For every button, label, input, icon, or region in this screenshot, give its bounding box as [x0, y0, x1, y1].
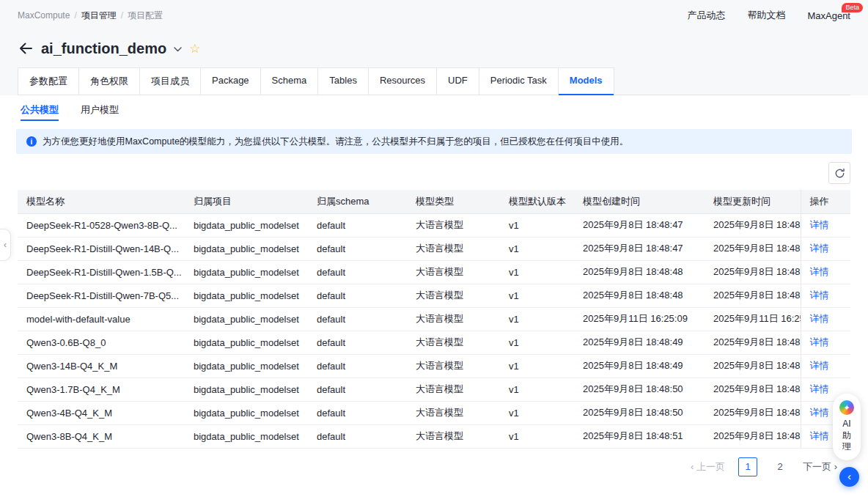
cell-type: 大语言模型 [407, 260, 500, 284]
panel-collapse-handle[interactable]: ‹ [0, 229, 11, 261]
column-header: 模型更新时间 [705, 190, 801, 213]
column-header: 模型名称 [18, 190, 185, 213]
cell-name: DeepSeek-R1-Distill-Qwen-1.5B-Q... [18, 260, 185, 284]
tab-item[interactable]: UDF [437, 67, 479, 95]
cell-created: 2025年9月8日 18:48:50 [574, 401, 705, 424]
cell-version: v1 [500, 424, 574, 448]
breadcrumb-item[interactable]: MaxCompute [18, 10, 70, 21]
beta-badge: Beta [842, 3, 863, 12]
cell-created: 2025年9月8日 18:48:51 [574, 424, 705, 448]
cell-type: 大语言模型 [407, 401, 500, 424]
tab-item[interactable]: Package [201, 67, 261, 95]
subtab-item[interactable]: 用户模型 [81, 95, 119, 125]
cell-created: 2025年9月8日 18:48:47 [574, 213, 705, 237]
cell-name: Qwen3-0.6B-Q8_0 [18, 331, 185, 354]
cell-action: 详情 [801, 307, 850, 331]
tab-item[interactable]: Schema [261, 67, 319, 95]
cell-project: bigdata_public_modelset [185, 260, 308, 284]
cell-name: DeepSeek-R1-Distill-Qwen-7B-Q5... [18, 284, 185, 307]
cell-version: v1 [500, 260, 574, 284]
product-updates-link[interactable]: 产品动态 [687, 9, 725, 22]
cell-created: 2025年9月8日 18:48:48 [574, 260, 705, 284]
cell-action: 详情 [801, 354, 850, 378]
details-link[interactable]: 详情 [810, 383, 829, 394]
cell-schema: default [308, 424, 407, 448]
tab-item[interactable]: 角色权限 [79, 67, 140, 95]
cell-schema: default [308, 237, 407, 260]
table-row: DeepSeek-R1-Distill-Qwen-14B-Q...bigdata… [18, 237, 850, 260]
breadcrumb-item[interactable]: 项目管理 [81, 10, 117, 22]
subtab-item[interactable]: 公共模型 [21, 95, 59, 125]
page-number[interactable]: 2 [770, 457, 790, 476]
cell-version: v1 [500, 354, 574, 378]
cell-name: Qwen3-14B-Q4_K_M [18, 354, 185, 378]
back-button[interactable] [18, 40, 34, 56]
cell-schema: default [308, 307, 407, 331]
cell-type: 大语言模型 [407, 284, 500, 307]
refresh-button[interactable] [828, 162, 850, 184]
cell-updated: 2025年9月8日 18:48:4 [705, 354, 801, 378]
ai-assistant-button[interactable]: AI助理 [833, 394, 861, 460]
cell-created: 2025年9月8日 18:48:49 [574, 354, 705, 378]
favorite-star-icon[interactable]: ☆ [189, 43, 200, 55]
arrow-left-icon [19, 43, 33, 54]
details-link[interactable]: 详情 [810, 290, 829, 301]
cell-updated: 2025年9月8日 18:48:5 [705, 424, 801, 448]
toolbar [0, 154, 868, 190]
breadcrumb-item[interactable]: 项目配置 [128, 10, 163, 22]
page-header: MaxCompute/项目管理/项目配置 产品动态 帮助文档 MaxAgent … [0, 0, 868, 95]
tab-item[interactable]: Tables [318, 67, 369, 95]
cell-name: Qwen3-1.7B-Q4_K_M [18, 378, 185, 401]
table-body: DeepSeek-R1-0528-Qwen3-8B-Q...bigdata_pu… [18, 213, 850, 448]
page-title: ai_function_demo [41, 40, 166, 57]
next-page-button[interactable]: 下一页 › [803, 460, 837, 474]
cell-project: bigdata_public_modelset [185, 378, 308, 401]
details-link[interactable]: 详情 [810, 266, 829, 277]
column-header: 模型创建时间 [574, 190, 705, 213]
cell-created: 2025年9月11日 16:25:09 [574, 307, 705, 331]
cell-created: 2025年9月8日 18:48:48 [574, 284, 705, 307]
details-link[interactable]: 详情 [810, 313, 829, 324]
cell-schema: default [308, 401, 407, 424]
table-row: model-with-default-valuebigdata_public_m… [18, 307, 850, 331]
table-row: DeepSeek-R1-Distill-Qwen-1.5B-Q...bigdat… [18, 260, 850, 284]
cell-action: 详情 [801, 237, 850, 260]
cell-created: 2025年9月8日 18:48:50 [574, 378, 705, 401]
tab-item[interactable]: Models [559, 67, 614, 95]
table-row: Qwen3-8B-Q4_K_Mbigdata_public_modelsetde… [18, 424, 850, 448]
details-link[interactable]: 详情 [810, 407, 829, 418]
cell-type: 大语言模型 [407, 331, 500, 354]
cell-action: 详情 [801, 213, 850, 237]
breadcrumb-separator: / [121, 10, 123, 21]
cell-version: v1 [500, 378, 574, 401]
cell-created: 2025年9月8日 18:48:49 [574, 331, 705, 354]
tab-item[interactable]: 参数配置 [18, 67, 79, 95]
page-number[interactable]: 1 [738, 457, 757, 476]
maxagent-link[interactable]: MaxAgent Beta [807, 10, 850, 21]
tab-item[interactable]: Resources [369, 67, 437, 95]
details-link[interactable]: 详情 [810, 360, 829, 371]
chat-collapse-button[interactable]: ‹ [839, 467, 859, 487]
project-switcher-chevron-down-icon[interactable] [174, 45, 182, 52]
breadcrumb-separator: / [74, 10, 76, 21]
subtab-bar: 公共模型用户模型 [0, 95, 868, 125]
tab-bar: 参数配置角色权限项目成员PackageSchemaTablesResources… [18, 67, 850, 95]
details-link[interactable]: 详情 [810, 430, 829, 441]
chevron-left-icon: ‹ [847, 470, 851, 482]
details-link[interactable]: 详情 [810, 336, 829, 347]
models-table: 模型名称归属项目归属schema模型类型模型默认版本模型创建时间模型更新时间操作… [18, 190, 850, 449]
chevron-left-icon: ‹ [4, 240, 7, 250]
cell-name: DeepSeek-R1-Distill-Qwen-14B-Q... [18, 237, 185, 260]
cell-type: 大语言模型 [407, 354, 500, 378]
cell-project: bigdata_public_modelset [185, 401, 308, 424]
details-link[interactable]: 详情 [810, 243, 829, 254]
cell-updated: 2025年9月8日 18:48:4 [705, 260, 801, 284]
help-docs-link[interactable]: 帮助文档 [747, 9, 785, 22]
tab-item[interactable]: 项目成员 [140, 67, 201, 95]
cell-created: 2025年9月8日 18:48:47 [574, 237, 705, 260]
cell-name: model-with-default-value [18, 307, 185, 331]
tab-item[interactable]: Periodic Task [479, 67, 559, 95]
table-row: Qwen3-0.6B-Q8_0bigdata_public_modelsetde… [18, 331, 850, 354]
details-link[interactable]: 详情 [810, 219, 829, 230]
prev-page-button[interactable]: ‹ 上一页 [691, 460, 725, 474]
